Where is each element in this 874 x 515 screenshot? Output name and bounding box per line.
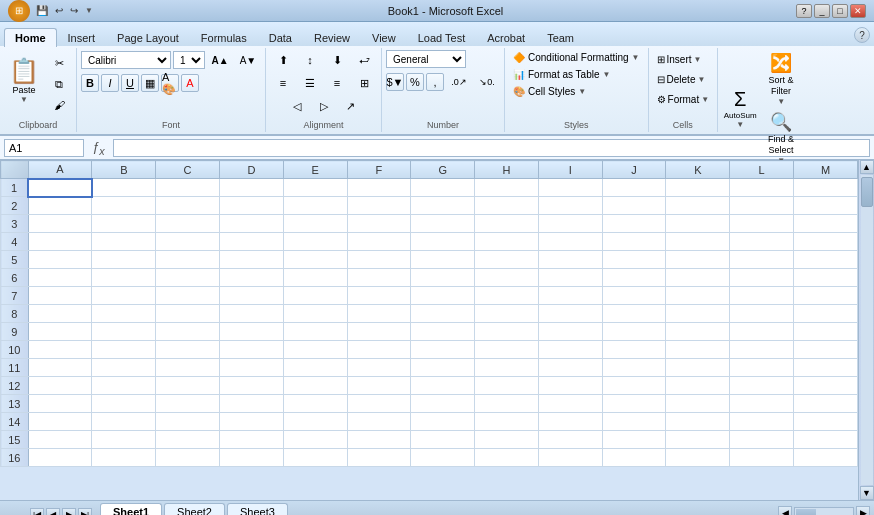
cell-L4[interactable]: [730, 233, 794, 251]
cell-A4[interactable]: [28, 233, 92, 251]
cell-J11[interactable]: [602, 359, 666, 377]
col-header-F[interactable]: F: [347, 161, 411, 179]
cell-K7[interactable]: [666, 287, 730, 305]
sheet-first-btn[interactable]: |◀: [30, 508, 44, 515]
align-top-btn[interactable]: ⬆: [270, 50, 296, 70]
cell-J2[interactable]: [602, 197, 666, 215]
cell-B14[interactable]: [92, 413, 156, 431]
cell-M10[interactable]: [794, 341, 858, 359]
cell-M2[interactable]: [794, 197, 858, 215]
cell-K6[interactable]: [666, 269, 730, 287]
cell-H6[interactable]: [475, 269, 539, 287]
cell-L16[interactable]: [730, 449, 794, 467]
sort-filter-btn[interactable]: 🔀 Sort &Filter ▼: [762, 50, 800, 108]
cell-K12[interactable]: [666, 377, 730, 395]
insert-cells-btn[interactable]: ⊞ Insert ▼: [653, 50, 706, 68]
cell-I2[interactable]: [538, 197, 602, 215]
cell-H5[interactable]: [475, 251, 539, 269]
tab-formulas[interactable]: Formulas: [190, 28, 258, 46]
italic-button[interactable]: I: [101, 74, 119, 92]
cell-K16[interactable]: [666, 449, 730, 467]
corner-header[interactable]: [1, 161, 29, 179]
cell-A16[interactable]: [28, 449, 92, 467]
cell-H8[interactable]: [475, 305, 539, 323]
cell-J13[interactable]: [602, 395, 666, 413]
tab-review[interactable]: Review: [303, 28, 361, 46]
cell-G5[interactable]: [411, 251, 475, 269]
cell-E7[interactable]: [283, 287, 347, 305]
cell-M9[interactable]: [794, 323, 858, 341]
comma-btn[interactable]: ,: [426, 73, 444, 91]
merge-btn[interactable]: ⊞: [351, 73, 377, 93]
cell-G15[interactable]: [411, 431, 475, 449]
cell-A6[interactable]: [28, 269, 92, 287]
cell-B15[interactable]: [92, 431, 156, 449]
cell-A2[interactable]: [28, 197, 92, 215]
cell-A5[interactable]: [28, 251, 92, 269]
cell-D1[interactable]: [219, 179, 283, 197]
cell-K14[interactable]: [666, 413, 730, 431]
tab-home[interactable]: Home: [4, 28, 57, 47]
cell-C13[interactable]: [156, 395, 220, 413]
cell-D12[interactable]: [219, 377, 283, 395]
row-header-3[interactable]: 3: [1, 215, 29, 233]
cell-M16[interactable]: [794, 449, 858, 467]
font-name-selector[interactable]: Calibri: [81, 51, 171, 69]
tab-insert[interactable]: Insert: [57, 28, 107, 46]
cell-I15[interactable]: [538, 431, 602, 449]
tab-data[interactable]: Data: [258, 28, 303, 46]
cell-F6[interactable]: [347, 269, 411, 287]
cell-K3[interactable]: [666, 215, 730, 233]
row-header-8[interactable]: 8: [1, 305, 29, 323]
format-cells-btn[interactable]: ⚙ Format ▼: [653, 90, 714, 108]
col-header-B[interactable]: B: [92, 161, 156, 179]
h-scroll-thumb[interactable]: [796, 509, 816, 515]
cell-H2[interactable]: [475, 197, 539, 215]
cell-H3[interactable]: [475, 215, 539, 233]
cell-F3[interactable]: [347, 215, 411, 233]
cell-E1[interactable]: [283, 179, 347, 197]
cell-B12[interactable]: [92, 377, 156, 395]
cell-C5[interactable]: [156, 251, 220, 269]
sheet-tab-2[interactable]: Sheet2: [164, 503, 225, 515]
cell-E15[interactable]: [283, 431, 347, 449]
cell-B2[interactable]: [92, 197, 156, 215]
cell-D6[interactable]: [219, 269, 283, 287]
cell-E10[interactable]: [283, 341, 347, 359]
col-header-E[interactable]: E: [283, 161, 347, 179]
cell-G3[interactable]: [411, 215, 475, 233]
cell-L14[interactable]: [730, 413, 794, 431]
sort-dropdown[interactable]: ▼: [777, 97, 785, 106]
cell-J4[interactable]: [602, 233, 666, 251]
cell-D8[interactable]: [219, 305, 283, 323]
cell-H11[interactable]: [475, 359, 539, 377]
cell-G12[interactable]: [411, 377, 475, 395]
cell-A3[interactable]: [28, 215, 92, 233]
increase-indent-btn[interactable]: ▷: [311, 96, 337, 116]
cell-D7[interactable]: [219, 287, 283, 305]
cell-B13[interactable]: [92, 395, 156, 413]
cell-A10[interactable]: [28, 341, 92, 359]
cell-L13[interactable]: [730, 395, 794, 413]
col-header-I[interactable]: I: [538, 161, 602, 179]
percent-btn[interactable]: %: [406, 73, 424, 91]
cell-B3[interactable]: [92, 215, 156, 233]
cell-D16[interactable]: [219, 449, 283, 467]
find-select-btn[interactable]: 🔍 Find &Select ▼: [762, 109, 800, 167]
sheet-next-btn[interactable]: ▶: [62, 508, 76, 515]
row-header-2[interactable]: 2: [1, 197, 29, 215]
row-header-6[interactable]: 6: [1, 269, 29, 287]
cell-K15[interactable]: [666, 431, 730, 449]
cell-F4[interactable]: [347, 233, 411, 251]
row-header-12[interactable]: 12: [1, 377, 29, 395]
cell-K4[interactable]: [666, 233, 730, 251]
cell-K13[interactable]: [666, 395, 730, 413]
cell-D13[interactable]: [219, 395, 283, 413]
cell-J1[interactable]: [602, 179, 666, 197]
cell-M6[interactable]: [794, 269, 858, 287]
cell-J14[interactable]: [602, 413, 666, 431]
row-header-5[interactable]: 5: [1, 251, 29, 269]
cell-E8[interactable]: [283, 305, 347, 323]
cell-C9[interactable]: [156, 323, 220, 341]
cell-A9[interactable]: [28, 323, 92, 341]
